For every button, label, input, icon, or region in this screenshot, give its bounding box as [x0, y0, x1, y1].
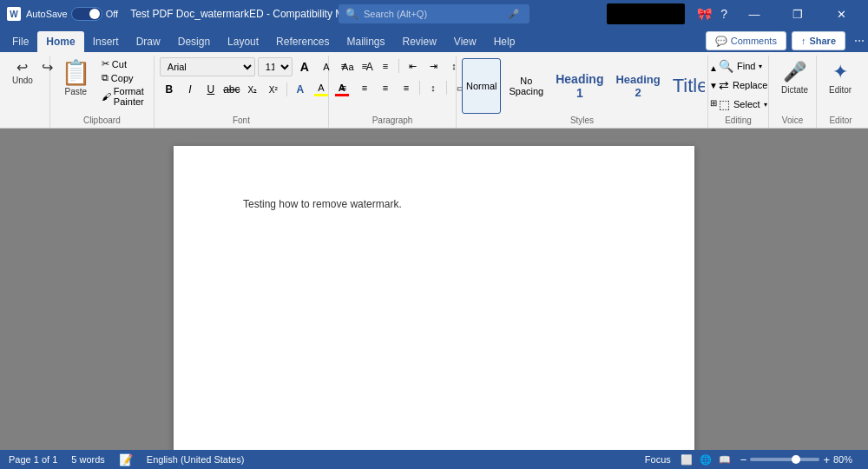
justify-button[interactable]: ≡	[397, 79, 416, 96]
profile-box[interactable]	[607, 3, 685, 24]
select-button[interactable]: ⬚ Select ▾	[713, 96, 773, 113]
style-no-spacing[interactable]: No Spacing	[504, 58, 548, 114]
more-icon[interactable]: ⋯	[854, 35, 865, 47]
editor-icon: ✦	[832, 61, 848, 83]
language[interactable]: English (United States)	[147, 454, 245, 465]
editor-button[interactable]: ✦ Editor	[822, 57, 858, 98]
read-mode-button[interactable]: 📖	[716, 452, 733, 466]
align-center-button[interactable]: ≡	[355, 79, 374, 96]
align-left-button[interactable]: ≡	[334, 79, 353, 96]
editing-content: 🔍 Find ▾ ⇄ Replace ⬚ Select ▾	[713, 56, 773, 114]
group-clipboard: 📋 Paste ✂ Cut ⧉ Copy 🖌 Format Painter Cl…	[50, 56, 155, 128]
replace-icon: ⇄	[719, 78, 729, 92]
help-icon[interactable]: ?	[717, 7, 731, 21]
tab-references[interactable]: References	[267, 31, 338, 52]
search-bar[interactable]: 🔍 🎤	[339, 4, 529, 23]
title-bar: W AutoSave Off Test PDF Doc_watermarkED …	[0, 0, 868, 28]
word-count: 5 words	[71, 454, 105, 465]
minimize-button[interactable]: —	[734, 0, 774, 28]
focus-label[interactable]: Focus	[645, 454, 671, 465]
style-heading2[interactable]: Heading 2	[611, 58, 664, 114]
style-title[interactable]: Title	[668, 58, 705, 114]
comments-button[interactable]: 💬 Comments	[706, 31, 786, 50]
find-chevron: ▾	[759, 63, 762, 70]
tab-help[interactable]: Help	[485, 31, 524, 52]
copy-icon: ⧉	[102, 72, 108, 83]
comment-icon: 💬	[715, 36, 727, 47]
autosave-toggle[interactable]	[71, 7, 102, 21]
find-button[interactable]: 🔍 Find ▾	[713, 57, 767, 75]
group-voice: 🎤 Dictate Voice	[769, 56, 817, 128]
document-content[interactable]: Testing how to remove watermark.	[243, 198, 625, 210]
copy-button[interactable]: ⧉ Copy	[98, 71, 148, 84]
search-input[interactable]	[364, 9, 503, 19]
zoom-in-button[interactable]: +	[823, 453, 830, 466]
tab-insert[interactable]: Insert	[84, 31, 128, 52]
tab-file[interactable]: File	[3, 31, 37, 52]
close-button[interactable]: ✕	[821, 0, 861, 28]
replace-button[interactable]: ⇄ Replace	[713, 76, 773, 94]
bullets-button[interactable]: ≡	[334, 57, 353, 75]
web-layout-button[interactable]: 🌐	[697, 452, 714, 466]
undo-buttons: ↩ Undo ↪	[9, 56, 56, 123]
align-right-button[interactable]: ≡	[376, 79, 395, 96]
subscript-button[interactable]: X₂	[243, 81, 262, 98]
zoom-out-button[interactable]: −	[740, 453, 747, 466]
dec-indent-button[interactable]: ⇤	[403, 57, 422, 75]
font-size-select[interactable]: 11	[258, 57, 293, 76]
font-family-select[interactable]: Arial	[160, 57, 255, 76]
tab-draw[interactable]: Draw	[128, 31, 169, 52]
bold-button[interactable]: B	[160, 81, 179, 98]
style-heading1[interactable]: Heading 1	[551, 58, 608, 114]
strikethrough-button[interactable]: abc	[222, 81, 241, 98]
editor-group-label: Editor	[822, 114, 859, 128]
dictate-icon: 🎤	[783, 61, 806, 83]
group-styles: Normal No Spacing Heading 1 Heading 2 Ti…	[457, 56, 708, 128]
dictate-button[interactable]: 🎤 Dictate	[774, 57, 815, 98]
zoom-thumb	[792, 455, 800, 464]
tab-view[interactable]: View	[445, 31, 485, 52]
undo-button[interactable]: ↩ Undo	[9, 57, 36, 87]
text-effect-button[interactable]: A	[291, 81, 310, 98]
document-text[interactable]: Testing how to remove watermark.	[243, 198, 625, 210]
format-painter-button[interactable]: 🖌 Format Painter	[98, 85, 148, 108]
font-row2: B I U abc X₂ X² A A A	[160, 81, 352, 98]
zoom-slider[interactable]	[750, 458, 819, 461]
inc-indent-button[interactable]: ⇥	[424, 57, 443, 75]
multilevel-button[interactable]: ≡	[376, 57, 395, 75]
style-normal[interactable]: Normal	[462, 58, 501, 114]
ribbon-icon[interactable]: 🎀	[694, 7, 715, 21]
tab-layout[interactable]: Layout	[219, 31, 267, 52]
tab-review[interactable]: Review	[394, 31, 445, 52]
zoom-level[interactable]: 80%	[833, 454, 859, 465]
ribbon-tabs: File Home Insert Draw Design Layout Refe…	[0, 28, 868, 52]
editing-group-label: Editing	[713, 114, 763, 128]
undo-icon: ↩	[16, 59, 28, 76]
grow-font-button[interactable]: A	[295, 57, 314, 76]
numbering-button[interactable]: ≡	[355, 57, 374, 75]
highlight-button[interactable]: A	[312, 83, 331, 96]
proofing-icon[interactable]: 📝	[119, 453, 133, 466]
tab-mailings[interactable]: Mailings	[338, 31, 393, 52]
tab-design[interactable]: Design	[169, 31, 219, 52]
title-bar-right: 🎀 ? — ❐ ✕	[607, 0, 861, 28]
paragraph-group-label: Paragraph	[334, 114, 450, 128]
paste-label: Paste	[65, 87, 88, 96]
autosave-knob	[89, 9, 100, 19]
underline-button[interactable]: U	[201, 81, 220, 98]
document-page[interactable]: Testing how to remove watermark.	[174, 146, 694, 450]
share-button[interactable]: ↑ Share	[792, 31, 845, 50]
clipboard-group-label: Clipboard	[56, 114, 148, 128]
view-buttons: ⬜ 🌐 📖	[678, 452, 733, 466]
superscript-button[interactable]: X²	[264, 81, 283, 98]
cut-button[interactable]: ✂ Cut	[98, 57, 148, 70]
styles-list: Normal No Spacing Heading 1 Heading 2 Ti…	[462, 58, 705, 114]
tab-home[interactable]: Home	[37, 31, 83, 52]
restore-button[interactable]: ❐	[778, 0, 818, 28]
paste-button[interactable]: 📋 Paste	[56, 57, 96, 100]
print-layout-button[interactable]: ⬜	[678, 452, 695, 466]
find-icon: 🔍	[719, 59, 733, 73]
italic-button[interactable]: I	[181, 81, 200, 98]
share-icon: ↑	[801, 36, 806, 46]
line-spacing-button[interactable]: ↕	[424, 79, 443, 96]
